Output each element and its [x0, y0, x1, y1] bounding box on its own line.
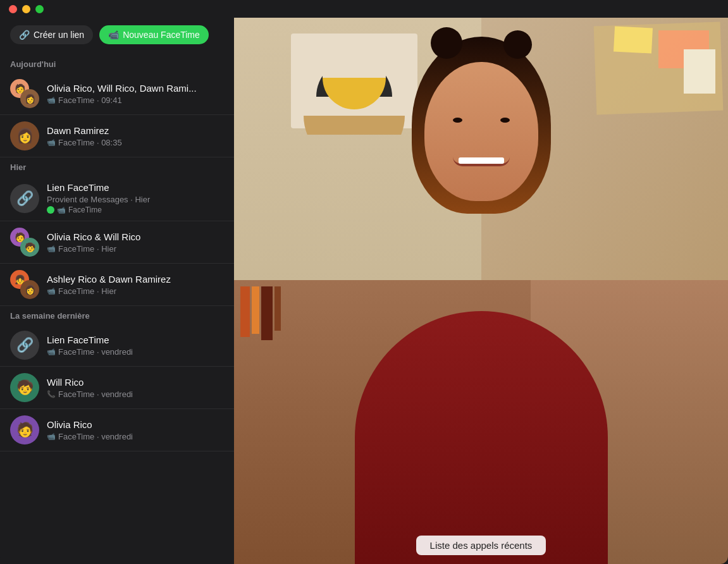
create-link-button[interactable]: 🔗 Créer un lien [10, 25, 93, 44]
title-bar [0, 0, 728, 18]
call-info: Olivia Rico & Will Rico 📹 FaceTime · Hie… [47, 231, 224, 254]
avatar-group-ashley-dawn: 👧 👩 [10, 270, 39, 299]
phone-icon: 📞 [47, 390, 56, 398]
call-detail: 📹 FaceTime · 08:35 [47, 138, 224, 147]
section-hier: Hier [0, 157, 234, 176]
camera-icon: 📹 [47, 287, 56, 295]
section-last-week: La semaine dernière [0, 306, 234, 324]
caption-text: Liste des appels récents [430, 540, 533, 551]
traffic-lights [9, 5, 44, 13]
avatar-link: 🔗 [10, 184, 39, 213]
camera-icon: 📹 [47, 96, 56, 104]
avatar-group-olivia-will: 🧑 🧒 [10, 228, 39, 257]
call-name: Olivia Rico [47, 419, 224, 430]
section-today: Aujourd'hui [0, 54, 234, 73]
avatar-olivia3: 🧑 [10, 415, 39, 444]
camera-icon: 📹 [47, 432, 56, 441]
call-detail: Provient de Messages · Hier [47, 195, 224, 204]
main-layout: 🔗 Créer un lien 📹 Nouveau FaceTime Aujou… [0, 18, 728, 564]
call-detail: 📹 FaceTime · vendredi [47, 347, 224, 357]
call-detail: 📹 FaceTime · 09:41 [47, 95, 224, 105]
avatar-group: 🧑 👩 [10, 79, 39, 108]
call-item-will-vendredi[interactable]: 🧒 Will Rico 📞 FaceTime · vendredi [0, 367, 234, 409]
create-link-label: Créer un lien [34, 30, 84, 40]
sidebar: 🔗 Créer un lien 📹 Nouveau FaceTime Aujou… [0, 18, 234, 564]
call-info: Olivia Rico, Will Rico, Dawn Rami... 📹 F… [47, 83, 224, 105]
call-item-link-hier[interactable]: 🔗 Lien FaceTime Provient de Messages · H… [0, 176, 234, 221]
call-item-link-vendredi[interactable]: 🔗 Lien FaceTime 📹 FaceTime · vendredi [0, 324, 234, 367]
call-item-olivia-vendredi[interactable]: 🧑 Olivia Rico 📹 FaceTime · vendredi [0, 409, 234, 451]
messages-sub: 📹 FaceTime [47, 205, 224, 214]
call-detail: 📹 FaceTime · vendredi [47, 432, 224, 441]
avatar-dawn2: 👩 [20, 280, 39, 299]
call-name: Dawn Ramirez [47, 125, 224, 136]
call-info: Lien FaceTime Provient de Messages · Hie… [47, 182, 224, 214]
close-button[interactable] [9, 5, 17, 13]
call-item-olivia-will[interactable]: 🧑 🧒 Olivia Rico & Will Rico 📹 FaceTime ·… [0, 221, 234, 264]
call-info: Will Rico 📞 FaceTime · vendredi [47, 377, 224, 399]
avatar-will2: 🧒 [10, 373, 39, 402]
camera-icon-sub: 📹 [57, 206, 66, 214]
call-item-dawn[interactable]: 👩 Dawn Ramirez 📹 FaceTime · 08:35 [0, 115, 234, 157]
avatar-will: 🧒 [20, 238, 39, 257]
link-icon: 🔗 [16, 190, 34, 207]
call-name: Lien FaceTime [47, 334, 224, 345]
call-detail: 📹 FaceTime · Hier [47, 244, 224, 254]
avatar-dawn: 👩 [20, 89, 39, 108]
call-info: Olivia Rico 📹 FaceTime · vendredi [47, 419, 224, 441]
call-name: Will Rico [47, 377, 224, 388]
avatar-link2: 🔗 [10, 331, 39, 360]
camera-icon: 📹 [47, 138, 56, 147]
link-icon: 🔗 [19, 30, 30, 40]
call-item-group-today[interactable]: 🧑 👩 Olivia Rico, Will Rico, Dawn Rami...… [0, 73, 234, 115]
video-icon: 📹 [108, 30, 119, 40]
call-detail: 📹 FaceTime · Hier [47, 286, 224, 296]
call-info: Ashley Rico & Dawn Ramirez 📹 FaceTime · … [47, 274, 224, 296]
avatar-dawn-ramirez: 👩 [10, 121, 39, 150]
camera-icon: 📹 [47, 348, 56, 356]
camera-icon: 📹 [47, 245, 56, 253]
call-item-ashley-dawn[interactable]: 👧 👩 Ashley Rico & Dawn Ramirez 📹 FaceTim… [0, 264, 234, 306]
new-facetime-button[interactable]: 📹 Nouveau FaceTime [99, 25, 209, 44]
minimize-button[interactable] [22, 5, 30, 13]
call-info: Dawn Ramirez 📹 FaceTime · 08:35 [47, 125, 224, 147]
call-name: Olivia Rico, Will Rico, Dawn Rami... [47, 83, 224, 94]
link-icon2: 🔗 [16, 337, 34, 353]
messages-badge-icon [47, 206, 54, 214]
call-detail: 📞 FaceTime · vendredi [47, 389, 224, 399]
facetime-main: Liste des appels récents [234, 18, 728, 564]
call-name: Ashley Rico & Dawn Ramirez [47, 274, 224, 285]
call-name: Lien FaceTime [47, 182, 224, 193]
maximize-button[interactable] [35, 5, 44, 13]
call-info: Lien FaceTime 📹 FaceTime · vendredi [47, 334, 224, 357]
new-facetime-label: Nouveau FaceTime [123, 30, 200, 40]
toolbar: 🔗 Créer un lien 📹 Nouveau FaceTime [0, 18, 234, 54]
call-name: Olivia Rico & Will Rico [47, 231, 224, 242]
